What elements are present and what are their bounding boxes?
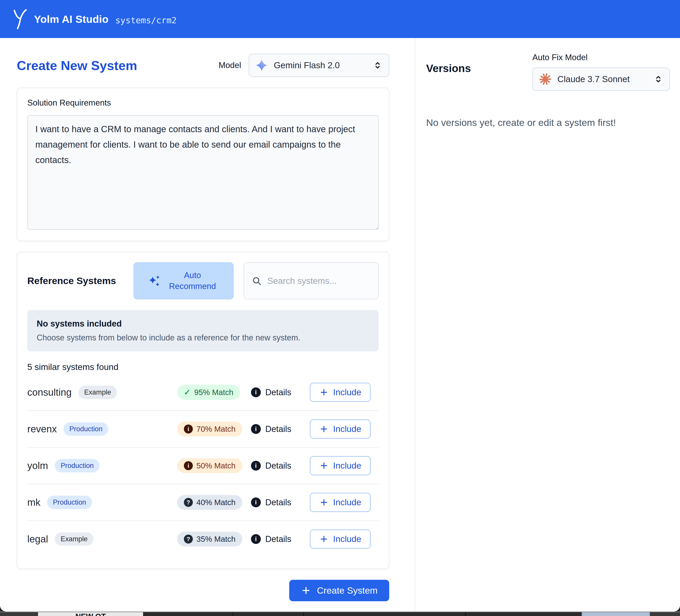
details-label: Details	[265, 534, 291, 544]
system-row: legal Example ? 35% Match i Details Incl…	[27, 521, 379, 559]
match-score-badge: i 70% Match	[177, 422, 242, 437]
background-fragment	[0, 612, 38, 616]
page-title: Create New System	[17, 58, 137, 73]
system-stage-badge: Production	[63, 422, 108, 436]
include-button[interactable]: Include	[310, 456, 371, 475]
system-stage-badge: Example	[55, 532, 93, 546]
background-desktop-strip: NEW QT	[0, 612, 680, 616]
match-score-badge: ✓ 95% Match	[177, 385, 240, 400]
background-fragment-text: NEW QT	[75, 612, 106, 616]
match-score-badge: i 50% Match	[177, 458, 242, 473]
check-icon: ✓	[184, 388, 191, 397]
question-icon: ?	[184, 535, 193, 543]
background-fragment	[143, 612, 144, 616]
system-name: mk	[27, 497, 40, 508]
model-label: Model	[219, 61, 241, 70]
system-row: consulting Example ✓ 95% Match i Details…	[27, 374, 379, 411]
create-system-button[interactable]: Create System	[289, 580, 389, 601]
model-select[interactable]: Gemini Flash 2.0	[249, 54, 389, 77]
versions-empty-message: No versions yet, create or edit a system…	[426, 117, 670, 128]
question-icon: ?	[184, 498, 193, 507]
info-icon: i	[184, 461, 193, 470]
details-label: Details	[265, 424, 291, 434]
match-score-badge: ? 40% Match	[177, 495, 242, 510]
match-score-badge: ? 35% Match	[177, 532, 242, 547]
include-button[interactable]: Include	[310, 383, 371, 402]
match-score-text: 95% Match	[194, 388, 233, 397]
include-label: Include	[333, 387, 361, 397]
info-icon: i	[251, 387, 261, 397]
gemini-icon	[255, 59, 268, 72]
auto-recommend-button[interactable]: Auto Recommend	[134, 262, 233, 299]
details-button[interactable]: i Details	[251, 387, 310, 397]
system-stage-badge: Production	[47, 496, 92, 509]
include-button[interactable]: Include	[310, 529, 371, 549]
create-system-label: Create System	[317, 585, 377, 596]
system-row: revenx Production i 70% Match i Details …	[27, 411, 379, 448]
info-icon: i	[251, 534, 261, 544]
details-label: Details	[265, 388, 291, 397]
model-selected-value: Gemini Flash 2.0	[274, 60, 367, 70]
versions-panel: Versions Auto Fix Model Claude 3.7	[415, 38, 680, 612]
breadcrumb: systems/crm2	[115, 13, 177, 25]
info-icon: i	[251, 424, 261, 434]
claude-icon	[539, 73, 551, 85]
reference-systems-title: Reference Systems	[27, 274, 123, 288]
reference-systems-card: Reference Systems Auto Recommend	[17, 252, 389, 569]
system-list: consulting Example ✓ 95% Match i Details…	[27, 374, 379, 559]
info-icon: i	[251, 461, 261, 471]
versions-title: Versions	[426, 62, 471, 75]
auto-recommend-label: Auto Recommend	[166, 270, 219, 291]
sparkles-icon	[148, 275, 161, 287]
match-score-text: 50% Match	[196, 461, 235, 470]
info-icon: i	[251, 498, 261, 507]
auto-fix-model-select[interactable]: Claude 3.7 Sonnet	[532, 67, 670, 91]
search-systems-input[interactable]	[267, 276, 371, 286]
details-button[interactable]: i Details	[251, 534, 310, 544]
no-systems-subtitle: Choose systems from below to include as …	[37, 333, 369, 342]
yolm-logo-icon	[13, 8, 27, 30]
include-button[interactable]: Include	[310, 493, 371, 512]
background-fragment	[650, 612, 680, 616]
solution-requirements-card: Solution Requirements I want to have a C…	[17, 88, 389, 241]
details-label: Details	[265, 461, 291, 471]
match-score-text: 35% Match	[196, 535, 235, 543]
include-label: Include	[333, 424, 361, 434]
system-row: yolm Production i 50% Match i Details In…	[27, 448, 379, 484]
chevron-up-down-icon	[373, 60, 382, 70]
details-button[interactable]: i Details	[251, 461, 310, 471]
background-fragment	[582, 612, 650, 616]
info-icon: i	[184, 424, 193, 433]
background-fragment	[465, 612, 466, 616]
system-name: revenx	[27, 423, 57, 435]
auto-fix-selected-value: Claude 3.7 Sonnet	[558, 74, 648, 84]
no-systems-title: No systems included	[37, 319, 369, 329]
search-systems-box	[244, 262, 379, 299]
system-stage-badge: Production	[55, 459, 100, 472]
solution-requirements-label: Solution Requirements	[27, 98, 379, 108]
search-icon	[252, 276, 262, 286]
include-label: Include	[333, 461, 361, 471]
auto-fix-model-label: Auto Fix Model	[532, 53, 670, 62]
match-score-text: 70% Match	[196, 424, 235, 433]
system-stage-badge: Example	[78, 386, 117, 399]
app-header: Yolm AI Studio systems/crm2	[0, 0, 680, 38]
chevron-up-down-icon	[653, 74, 663, 84]
solution-requirements-textarea[interactable]: I want to have a CRM to manage contacts …	[27, 115, 379, 230]
no-systems-notice: No systems included Choose systems from …	[27, 310, 379, 352]
app-window: Yolm AI Studio systems/crm2 Create New S…	[0, 0, 680, 612]
background-fragment	[233, 612, 233, 616]
similar-systems-count: 5 similar systems found	[27, 362, 379, 372]
include-button[interactable]: Include	[310, 419, 371, 439]
system-name: legal	[27, 533, 48, 544]
details-button[interactable]: i Details	[251, 424, 310, 434]
system-row: mk Production ? 40% Match i Details Incl…	[27, 484, 379, 521]
create-system-panel: Create New System Model	[0, 38, 415, 612]
match-score-text: 40% Match	[196, 498, 235, 507]
app-title: Yolm AI Studio	[34, 13, 109, 25]
system-name: consulting	[27, 387, 72, 398]
system-name: yolm	[27, 460, 48, 471]
details-button[interactable]: i Details	[251, 498, 310, 507]
background-fragment: NEW QT	[38, 612, 143, 616]
details-label: Details	[265, 498, 291, 507]
